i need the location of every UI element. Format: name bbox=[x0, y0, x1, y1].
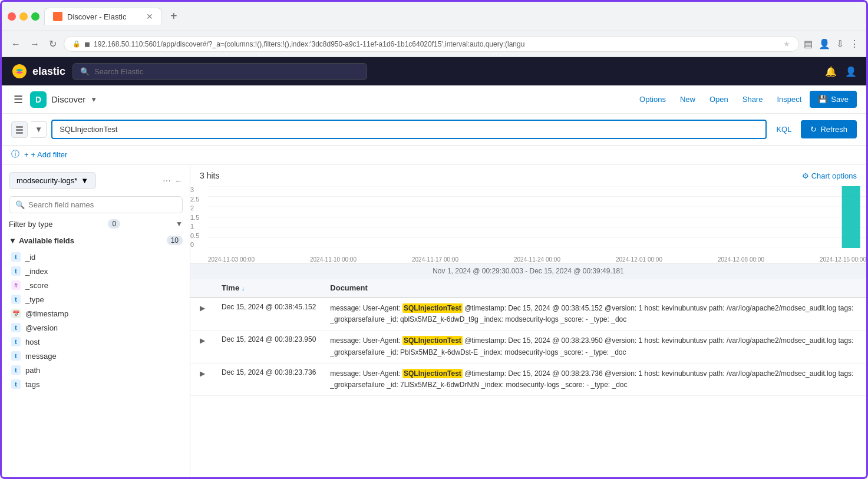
browser-tab[interactable]: Discover - Elastic ✕ bbox=[44, 8, 162, 25]
address-bar[interactable]: 🔒 ◼ 192.168.50.110:5601/app/discover#/?_… bbox=[64, 36, 799, 52]
chart-area: 3 2.5 2 1.5 1 0.5 0 bbox=[190, 186, 866, 263]
field-item-@version[interactable]: t@version bbox=[9, 321, 183, 335]
inspect-button[interactable]: Inspect bbox=[771, 91, 807, 107]
field-type-badge: t bbox=[11, 337, 21, 346]
profile-button[interactable]: 👤 bbox=[819, 38, 830, 49]
index-options-icon[interactable]: ⋯ bbox=[163, 176, 171, 186]
search-row: ▼ KQL ↻ Refresh bbox=[2, 114, 866, 146]
field-item-@timestamp[interactable]: 📅@timestamp bbox=[9, 306, 183, 321]
field-name: _type bbox=[25, 295, 44, 304]
time-col-header[interactable]: Time ↓ bbox=[214, 279, 323, 298]
index-chevron-icon: ▼ bbox=[81, 176, 88, 185]
star-icon[interactable]: ★ bbox=[783, 39, 790, 48]
app-name: Discover bbox=[51, 94, 85, 104]
data-source-chevron[interactable]: ▼ bbox=[31, 121, 47, 138]
field-item-_type[interactable]: t_type bbox=[9, 292, 183, 306]
field-search-input[interactable] bbox=[28, 200, 176, 209]
new-tab-button[interactable]: + bbox=[167, 9, 181, 23]
nav-right-icons: 🔔 👤 bbox=[825, 66, 857, 77]
svg-rect-3 bbox=[16, 129, 23, 131]
maximize-window-button[interactable] bbox=[31, 12, 39, 21]
field-type-badge: t bbox=[11, 379, 21, 389]
row-expand-button[interactable]: ▶ bbox=[197, 368, 207, 379]
add-filter-button[interactable]: + + Add filter bbox=[24, 150, 67, 159]
field-item-_id[interactable]: t_id bbox=[9, 250, 183, 264]
reload-button[interactable]: ↻ bbox=[47, 36, 59, 52]
table-header: Time ↓ Document bbox=[190, 279, 866, 298]
collapse-sidebar-icon[interactable]: ← bbox=[174, 176, 183, 186]
chart-x-labels: 2024-11-03 00:00 2024-11-10 00:00 2024-1… bbox=[208, 256, 866, 263]
downloads-button[interactable]: ⇩ bbox=[836, 38, 844, 49]
save-label: Save bbox=[831, 95, 849, 104]
field-name: _id bbox=[25, 253, 35, 262]
hamburger-menu-button[interactable]: ☰ bbox=[11, 91, 25, 108]
field-name: tags bbox=[25, 380, 40, 389]
available-fields-header[interactable]: ▼ Available fields 10 bbox=[9, 236, 183, 245]
index-pattern-button[interactable]: modsecurity-logs* ▼ bbox=[9, 172, 96, 189]
filter-type-chevron[interactable]: ▼ bbox=[176, 220, 183, 228]
field-type-badge: # bbox=[11, 280, 21, 290]
tab-close-button[interactable]: ✕ bbox=[146, 12, 153, 21]
chart-y-labels: 3 2.5 2 1.5 1 0.5 0 bbox=[190, 186, 208, 248]
results-table-container[interactable]: Time ↓ Document ▶Dec 15, 2024 @ 00:38:45… bbox=[190, 279, 866, 477]
time-info-icon[interactable]: ⓘ bbox=[11, 149, 19, 160]
fields-section: ▼ Available fields 10 t_idt_index#_score… bbox=[9, 236, 183, 470]
time-cell: Dec 15, 2024 @ 00:38:23.736 bbox=[214, 363, 323, 395]
new-button[interactable]: New bbox=[674, 91, 701, 107]
doc-highlight: SQLInjectionTest bbox=[402, 303, 463, 313]
kql-badge[interactable]: KQL bbox=[771, 125, 796, 134]
app-badge: D bbox=[30, 91, 47, 108]
table-row: ▶Dec 15, 2024 @ 00:38:45.152message: Use… bbox=[190, 298, 866, 331]
field-type-badge: t bbox=[11, 351, 21, 361]
field-item-_score[interactable]: #_score bbox=[9, 278, 183, 292]
extensions-button[interactable]: ▤ bbox=[804, 38, 813, 49]
filter-type-badge: 0 bbox=[108, 219, 120, 229]
chart-options-button[interactable]: ⚙ Chart options bbox=[802, 171, 857, 180]
chart-svg bbox=[208, 186, 866, 248]
nav-right-actions: Options New Open Share Inspect 💾 Save bbox=[633, 91, 857, 108]
tab-title: Discover - Elastic bbox=[67, 12, 126, 21]
back-button[interactable]: ← bbox=[9, 37, 23, 52]
browser-toolbar: ▤ 👤 ⇩ ⋮ bbox=[804, 38, 859, 49]
row-expand-button[interactable]: ▶ bbox=[197, 335, 207, 346]
forward-button[interactable]: → bbox=[28, 37, 42, 52]
document-cell: message: User-Agent: SQLInjectionTest @t… bbox=[323, 363, 866, 395]
field-type-badge: t bbox=[11, 295, 21, 304]
global-search-bar[interactable]: 🔍 bbox=[72, 63, 367, 80]
share-button[interactable]: Share bbox=[737, 91, 769, 107]
close-window-button[interactable] bbox=[8, 12, 16, 21]
field-item-host[interactable]: thost bbox=[9, 335, 183, 349]
tab-favicon bbox=[53, 12, 62, 21]
hits-count: 3 hits bbox=[200, 171, 219, 180]
options-button[interactable]: Options bbox=[633, 91, 672, 107]
row-expand-button[interactable]: ▶ bbox=[197, 303, 207, 313]
sidebar: modsecurity-logs* ▼ ⋯ ← 🔍 Filter by type… bbox=[2, 165, 190, 477]
save-button[interactable]: 💾 Save bbox=[810, 91, 857, 108]
global-search-input[interactable] bbox=[94, 67, 359, 76]
main-layout: modsecurity-logs* ▼ ⋯ ← 🔍 Filter by type… bbox=[2, 165, 866, 477]
expand-col-header bbox=[190, 279, 214, 298]
field-item-path[interactable]: tpath bbox=[9, 363, 183, 377]
app-dropdown-button[interactable]: ▼ bbox=[90, 95, 97, 104]
field-name: @timestamp bbox=[25, 309, 68, 318]
field-search-bar[interactable]: 🔍 bbox=[9, 196, 183, 213]
notifications-button[interactable]: 🔔 bbox=[825, 66, 837, 77]
open-button[interactable]: Open bbox=[704, 91, 734, 107]
refresh-button[interactable]: ↻ Refresh bbox=[801, 120, 857, 138]
field-item-message[interactable]: tmessage bbox=[9, 349, 183, 363]
time-range-bar: Nov 1, 2024 @ 00:29:30.003 - Dec 15, 202… bbox=[190, 263, 866, 279]
top-nav: elastic 🔍 🔔 👤 bbox=[2, 57, 866, 85]
field-item-tags[interactable]: ttags bbox=[9, 377, 183, 391]
data-source-icon[interactable] bbox=[11, 121, 28, 138]
field-type-badge: t bbox=[11, 323, 21, 332]
user-menu-button[interactable]: 👤 bbox=[845, 66, 857, 77]
field-list: t_idt_index#_scoret_type📅@timestampt@ver… bbox=[9, 250, 183, 391]
query-input[interactable] bbox=[51, 120, 767, 139]
field-item-_index[interactable]: t_index bbox=[9, 264, 183, 278]
minimize-window-button[interactable] bbox=[19, 12, 28, 21]
field-type-badge: t bbox=[11, 252, 21, 262]
security-icon: ◼ bbox=[84, 40, 90, 48]
field-name: @version bbox=[25, 323, 58, 332]
gear-icon: ⚙ bbox=[802, 171, 809, 180]
menu-button[interactable]: ⋮ bbox=[850, 38, 859, 49]
